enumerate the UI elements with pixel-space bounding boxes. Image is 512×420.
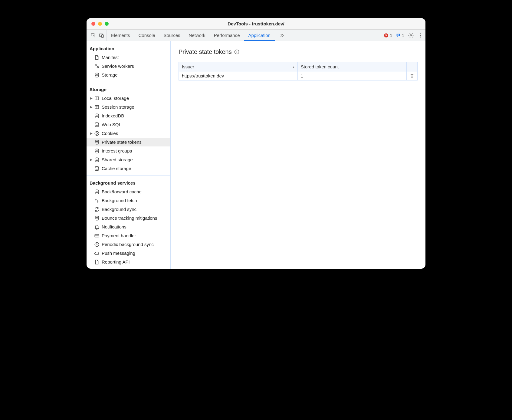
credit-card-icon: [94, 233, 100, 238]
svg-point-26: [95, 216, 99, 218]
settings-icon[interactable]: [408, 32, 414, 38]
column-label: Stored token count: [301, 64, 339, 69]
tab-elements[interactable]: Elements: [107, 30, 134, 41]
error-count-value: 1: [390, 33, 392, 38]
svg-point-18: [96, 133, 97, 133]
sidebar-heading-background-services: Background services: [87, 178, 170, 187]
sidebar-item-indexeddb[interactable]: IndexedDB: [87, 111, 170, 120]
file-icon: [94, 259, 100, 265]
info-icon[interactable]: [234, 49, 239, 54]
sidebar-item-periodic-background-sync[interactable]: Periodic background sync: [87, 240, 170, 249]
main-panel: Private state tokens Issuer ▲ Stored tok…: [171, 41, 425, 269]
delete-icon[interactable]: [410, 74, 414, 78]
sidebar-item-background-fetch[interactable]: Background fetch: [87, 196, 170, 205]
tab-sources[interactable]: Sources: [159, 30, 185, 41]
expand-caret-icon[interactable]: ▶: [90, 132, 93, 135]
expand-caret-icon[interactable]: ▶: [90, 97, 93, 100]
device-toggle-icon[interactable]: [99, 33, 104, 38]
window-title: DevTools - trusttoken.dev/: [87, 21, 425, 26]
sidebar-item-label: Push messaging: [102, 251, 135, 256]
sidebar-item-manifest[interactable]: Manifest: [87, 53, 170, 62]
sidebar-item-payment-handler[interactable]: Payment handler: [87, 231, 170, 240]
sidebar-heading-application: Application: [87, 44, 170, 53]
sidebar-item-label: Back/forward cache: [102, 189, 142, 194]
sidebar-item-label: Service workers: [102, 64, 134, 69]
svg-point-16: [95, 123, 99, 124]
sidebar-item-label: Local storage: [102, 96, 129, 101]
sidebar-item-label: IndexedDB: [102, 113, 124, 118]
content-area: Application Manifest Service workers Sto…: [87, 41, 425, 269]
tab-performance[interactable]: Performance: [210, 30, 244, 41]
sidebar-item-storage[interactable]: Storage: [87, 71, 170, 79]
message-count[interactable]: 1: [396, 33, 404, 38]
expand-caret-icon[interactable]: ▶: [90, 105, 93, 109]
tab-application[interactable]: Application: [244, 30, 275, 41]
sidebar-item-label: Shared storage: [102, 157, 133, 162]
sidebar-item-label: Cookies: [102, 131, 118, 136]
database-icon: [94, 113, 100, 119]
svg-rect-27: [95, 234, 99, 237]
sidebar-heading-storage: Storage: [87, 84, 170, 94]
expand-caret-icon[interactable]: ▶: [90, 158, 93, 161]
sidebar-item-label: Storage: [102, 72, 118, 77]
sidebar-item-shared-storage[interactable]: ▶ Shared storage: [87, 155, 170, 164]
sidebar-item-label: Manifest: [102, 55, 119, 60]
file-icon: [94, 55, 100, 60]
column-header-issuer[interactable]: Issuer ▲: [179, 62, 298, 71]
sidebar-item-label: Background sync: [102, 207, 136, 212]
cloud-icon: [94, 251, 100, 256]
sidebar-item-interest-groups[interactable]: Interest groups: [87, 146, 170, 155]
sidebar-item-label: Notifications: [102, 224, 126, 229]
bell-icon: [94, 224, 100, 230]
sidebar-item-session-storage[interactable]: ▶ Session storage: [87, 103, 170, 111]
tab-network[interactable]: Network: [185, 30, 210, 41]
sidebar-item-background-sync[interactable]: Background sync: [87, 205, 170, 214]
sidebar-item-label: Interest groups: [102, 148, 132, 153]
minimize-window-button[interactable]: [98, 22, 102, 26]
sidebar-section-application: Application Manifest Service workers Sto…: [87, 41, 170, 82]
svg-point-9: [96, 65, 96, 66]
message-count-value: 1: [402, 33, 404, 38]
fetch-icon: [94, 198, 100, 203]
error-count[interactable]: 1: [384, 33, 392, 38]
cell-count: 1: [297, 71, 406, 80]
cell-issuer: https://trusttoken.dev: [179, 71, 298, 80]
database-icon: [94, 157, 100, 162]
sidebar-item-push-messaging[interactable]: Push messaging: [87, 249, 170, 258]
sidebar-item-cookies[interactable]: ▶ Cookies: [87, 129, 170, 138]
sidebar-item-back-forward-cache[interactable]: Back/forward cache: [87, 187, 170, 196]
svg-point-15: [95, 114, 99, 115]
sidebar-item-web-sql[interactable]: Web SQL: [87, 120, 170, 129]
cell-actions: [407, 71, 418, 80]
sidebar-item-private-state-tokens[interactable]: Private state tokens: [87, 138, 170, 146]
sort-ascending-icon: ▲: [292, 65, 295, 68]
sync-icon: [94, 207, 100, 212]
sidebar-item-service-workers[interactable]: Service workers: [87, 62, 170, 71]
more-icon[interactable]: [418, 33, 423, 38]
svg-point-5: [420, 33, 421, 34]
sidebar-item-bounce-tracking[interactable]: Bounce tracking mitigations: [87, 214, 170, 222]
tab-console[interactable]: Console: [134, 30, 159, 41]
column-header-count[interactable]: Stored token count: [297, 62, 406, 71]
sidebar-item-cache-storage[interactable]: Cache storage: [87, 164, 170, 173]
inspect-icon[interactable]: [91, 33, 96, 38]
database-icon: [94, 72, 100, 78]
table-row[interactable]: https://trusttoken.dev 1: [179, 71, 418, 80]
sidebar-item-notifications[interactable]: Notifications: [87, 222, 170, 231]
sidebar-section-background-services: Background services Back/forward cache B…: [87, 176, 170, 269]
panel-heading: Private state tokens: [179, 48, 418, 55]
svg-point-12: [95, 73, 99, 74]
close-window-button[interactable]: [91, 22, 95, 26]
sidebar-item-label: Session storage: [102, 104, 134, 110]
sidebar-item-label: Reporting API: [102, 259, 130, 264]
sidebar-item-reporting-api[interactable]: Reporting API: [87, 258, 170, 266]
tab-overflow-icon[interactable]: [275, 30, 289, 41]
svg-point-17: [95, 131, 99, 136]
sidebar-section-storage: Storage ▶ Local storage ▶ Session storag…: [87, 82, 170, 176]
sidebar-item-local-storage[interactable]: ▶ Local storage: [87, 94, 170, 103]
svg-point-8: [95, 64, 97, 66]
maximize-window-button[interactable]: [105, 22, 109, 26]
cookie-icon: [94, 131, 100, 136]
sidebar-item-label: Payment handler: [102, 233, 136, 238]
sidebar-item-label: Cache storage: [102, 166, 131, 171]
